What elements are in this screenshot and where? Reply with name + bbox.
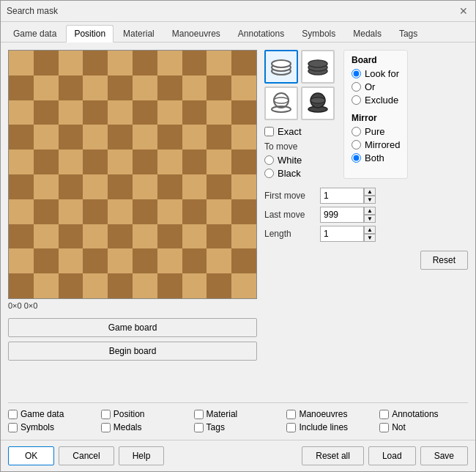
check-include-lines[interactable]: Include lines [286,422,375,432]
check-medals[interactable]: Medals [101,422,190,432]
save-button[interactable]: Save [420,446,468,465]
close-button[interactable]: ✕ [458,5,469,17]
chess-cell-2-5[interactable] [133,100,157,125]
to-move-black-radio[interactable] [264,169,274,178]
check-position-cb[interactable] [101,410,111,419]
chess-cell-6-0[interactable] [9,199,34,224]
first-move-up[interactable]: ▲ [364,188,376,196]
chess-cell-7-1[interactable] [34,224,59,249]
chess-cell-0-6[interactable] [157,51,182,75]
chess-cell-3-9[interactable] [231,125,256,150]
chess-cell-3-0[interactable] [9,125,34,150]
chess-cell-1-0[interactable] [9,75,34,100]
check-position[interactable]: Position [101,409,190,419]
board-or[interactable]: Or [352,81,400,92]
chess-cell-4-4[interactable] [108,150,133,174]
chess-cell-6-7[interactable] [182,199,207,224]
chess-cell-1-7[interactable] [182,75,207,100]
chess-cell-2-8[interactable] [207,100,231,125]
mirror-pure[interactable]: Pure [352,126,400,137]
chess-cell-7-8[interactable] [207,224,231,249]
chess-cell-8-8[interactable] [207,248,231,273]
check-manoeuvres-cb[interactable] [286,410,296,419]
chess-cell-0-7[interactable] [182,51,207,75]
chess-cell-7-3[interactable] [83,224,108,249]
chess-cell-4-3[interactable] [83,150,108,174]
chess-cell-4-1[interactable] [34,150,59,174]
tab-material[interactable]: Material [115,25,163,42]
chess-cell-7-4[interactable] [108,224,133,249]
chess-cell-6-3[interactable] [83,199,108,224]
cancel-button[interactable]: Cancel [59,446,114,465]
chess-cell-6-5[interactable] [133,199,157,224]
game-board-button[interactable]: Game board [8,318,257,337]
chess-cell-2-1[interactable] [34,100,59,125]
check-material-cb[interactable] [194,410,204,419]
chess-cell-7-7[interactable] [182,224,207,249]
tab-annotations[interactable]: Annotations [230,25,292,42]
tab-manoeuvres[interactable]: Manoeuvres [164,25,228,42]
length-down[interactable]: ▼ [364,234,376,242]
to-move-white-radio[interactable] [264,155,274,165]
last-move-input[interactable] [320,207,364,223]
mirror-both-radio[interactable] [352,153,361,163]
white-king-button[interactable] [264,86,298,120]
check-symbols[interactable]: Symbols [8,422,97,432]
chess-cell-9-4[interactable] [108,273,133,298]
chess-cell-2-0[interactable] [9,100,34,125]
chess-cell-6-1[interactable] [34,199,59,224]
chess-cell-2-2[interactable] [59,100,83,125]
chess-cell-8-9[interactable] [231,248,256,273]
chess-cell-5-7[interactable] [182,174,207,199]
load-button[interactable]: Load [368,446,416,465]
chess-cell-0-3[interactable] [83,51,108,75]
tab-medals[interactable]: Medals [345,25,390,42]
chess-cell-1-1[interactable] [34,75,59,100]
chess-cell-6-6[interactable] [157,199,182,224]
chess-cell-9-3[interactable] [83,273,108,298]
check-not[interactable]: Not [379,422,468,432]
chess-cell-8-6[interactable] [157,248,182,273]
chess-cell-6-8[interactable] [207,199,231,224]
chess-cell-7-9[interactable] [231,224,256,249]
chess-cell-0-8[interactable] [207,51,231,75]
last-move-up[interactable]: ▲ [364,207,376,215]
chess-cell-3-7[interactable] [182,125,207,150]
chess-cell-3-3[interactable] [83,125,108,150]
chess-cell-8-1[interactable] [34,248,59,273]
chess-cell-9-6[interactable] [157,273,182,298]
board-look-for[interactable]: Look for [352,68,400,79]
chess-cell-2-6[interactable] [157,100,182,125]
mirror-mirrored[interactable]: Mirrored [352,139,400,150]
tab-tags[interactable]: Tags [391,25,425,42]
chess-cell-6-2[interactable] [59,199,83,224]
check-annotations-cb[interactable] [379,410,389,419]
chess-cell-1-5[interactable] [133,75,157,100]
check-game-data-cb[interactable] [8,410,18,419]
chess-cell-9-2[interactable] [59,273,83,298]
chess-cell-0-4[interactable] [108,51,133,75]
board-exclude[interactable]: Exclude [352,95,400,106]
chess-board[interactable] [8,50,257,299]
chess-cell-5-1[interactable] [34,174,59,199]
begin-board-button[interactable]: Begin board [8,342,257,361]
chess-cell-3-8[interactable] [207,125,231,150]
chess-cell-0-1[interactable] [34,51,59,75]
chess-cell-1-9[interactable] [231,75,256,100]
chess-cell-6-4[interactable] [108,199,133,224]
chess-cell-5-0[interactable] [9,174,34,199]
chess-cell-0-9[interactable] [231,51,256,75]
chess-cell-3-2[interactable] [59,125,83,150]
tab-symbols[interactable]: Symbols [294,25,343,42]
chess-cell-5-8[interactable] [207,174,231,199]
chess-cell-2-3[interactable] [83,100,108,125]
chess-cell-8-3[interactable] [83,248,108,273]
chess-cell-5-5[interactable] [133,174,157,199]
check-not-cb[interactable] [379,423,389,432]
to-move-black[interactable]: Black [264,168,335,179]
chess-cell-7-5[interactable] [133,224,157,249]
chess-cell-0-5[interactable] [133,51,157,75]
length-up[interactable]: ▲ [364,226,376,234]
board-or-radio[interactable] [352,82,361,92]
chess-cell-2-9[interactable] [231,100,256,125]
